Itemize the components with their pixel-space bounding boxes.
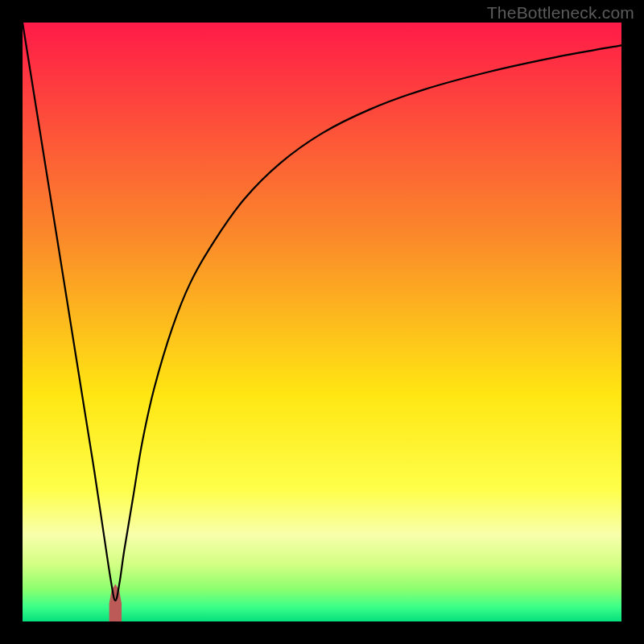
plot-area (23, 23, 621, 621)
chart-frame: TheBottleneck.com (0, 0, 644, 644)
gradient-background (23, 23, 621, 621)
chart-svg (23, 23, 621, 621)
watermark-text: TheBottleneck.com (487, 3, 634, 23)
minimum-marker (110, 585, 121, 621)
